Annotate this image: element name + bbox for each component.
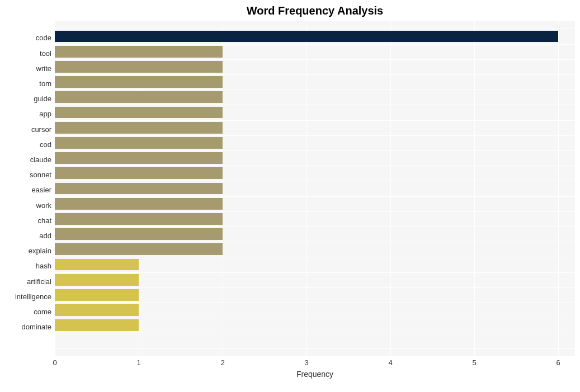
bar-row xyxy=(55,242,575,257)
x-tick-label: 3 xyxy=(304,358,308,367)
chart-title: Word Frequency Analysis xyxy=(6,4,575,17)
y-tick-label: add xyxy=(1,228,51,243)
bar-row xyxy=(55,257,575,272)
bar-row xyxy=(55,29,575,44)
bar xyxy=(55,243,223,255)
y-tick-label: cod xyxy=(1,137,51,152)
bar xyxy=(55,91,223,103)
bar-row xyxy=(55,318,575,333)
y-tick-label: guide xyxy=(1,91,51,106)
x-tick-label: 2 xyxy=(220,358,224,367)
bar xyxy=(55,31,558,42)
bar-row xyxy=(55,211,575,226)
y-tick-label: intelligence xyxy=(1,289,51,304)
y-tick-label: easier xyxy=(1,182,51,197)
x-tick-label: 4 xyxy=(388,358,392,367)
grid-hline xyxy=(55,303,575,303)
bar-row xyxy=(55,181,575,196)
grid-hline xyxy=(55,333,575,333)
grid-hline xyxy=(55,135,575,136)
y-tick-label: tom xyxy=(1,76,51,91)
grid-hline xyxy=(55,181,575,181)
grid-hline xyxy=(55,211,575,212)
bar-row xyxy=(55,120,575,135)
bar xyxy=(55,213,223,225)
y-tick-label: write xyxy=(1,61,51,76)
grid-hline xyxy=(55,272,575,273)
bar-row xyxy=(55,196,575,211)
bar xyxy=(55,319,139,331)
bar-row xyxy=(55,226,575,242)
grid-hline xyxy=(55,226,575,227)
y-tick-label: code xyxy=(1,30,51,45)
grid-hline xyxy=(55,242,575,242)
bar-row xyxy=(55,272,575,287)
bar-row xyxy=(55,135,575,150)
y-tick-label: work xyxy=(1,198,51,213)
grid-hline xyxy=(55,318,575,318)
bar xyxy=(55,289,139,301)
y-tick-label: sonnet xyxy=(1,167,51,182)
grid-hline xyxy=(55,59,575,60)
bar xyxy=(55,274,139,286)
bar-row xyxy=(55,303,575,318)
bar-row xyxy=(55,105,575,120)
grid-hline xyxy=(55,196,575,197)
grid-hline xyxy=(55,74,575,75)
grid-hline xyxy=(55,166,575,166)
y-tick-label: claude xyxy=(1,152,51,167)
bar-row xyxy=(55,44,575,59)
bar xyxy=(55,259,139,271)
grid-hline xyxy=(55,287,575,288)
y-tick-label: chat xyxy=(1,213,51,228)
y-tick-label: artificial xyxy=(1,274,51,289)
chart-container: Word Frequency Analysis Frequency 012345… xyxy=(6,4,575,388)
bar xyxy=(55,228,223,240)
y-tick-label: hash xyxy=(1,258,51,273)
bar xyxy=(55,122,223,134)
bar xyxy=(55,107,223,119)
bar xyxy=(55,198,223,210)
bar-row xyxy=(55,166,575,181)
bar xyxy=(55,167,223,179)
grid-hline xyxy=(55,257,575,257)
bar xyxy=(55,137,223,149)
grid-hline xyxy=(55,29,575,29)
y-tick-label: cursor xyxy=(1,122,51,137)
bar-row xyxy=(55,287,575,303)
bar-row xyxy=(55,74,575,89)
x-axis-label: Frequency xyxy=(296,370,333,379)
bar-row xyxy=(55,89,575,105)
y-tick-label: come xyxy=(1,304,51,319)
bar-row xyxy=(55,150,575,166)
grid-hline xyxy=(55,89,575,90)
x-tick-label: 6 xyxy=(556,358,560,367)
y-tick-label: explain xyxy=(1,243,51,258)
grid-hline xyxy=(55,105,575,105)
x-tick-label: 1 xyxy=(136,358,140,367)
grid-hline xyxy=(55,150,575,151)
bar xyxy=(55,183,223,195)
bar xyxy=(55,304,139,316)
y-tick-label: app xyxy=(1,106,51,121)
bar xyxy=(55,152,223,164)
y-tick-label: tool xyxy=(1,46,51,61)
bar xyxy=(55,61,223,73)
grid-hline xyxy=(55,348,575,349)
x-tick-label: 5 xyxy=(472,358,476,367)
y-tick-label: dominate xyxy=(1,319,51,334)
bar-row xyxy=(55,59,575,74)
grid-hline xyxy=(55,44,575,45)
x-tick-label: 0 xyxy=(53,358,56,367)
plot-area xyxy=(55,21,575,356)
grid-hline xyxy=(55,120,575,121)
bar xyxy=(55,46,223,58)
bar xyxy=(55,76,223,88)
x-axis: Frequency 0123456 xyxy=(55,356,575,379)
